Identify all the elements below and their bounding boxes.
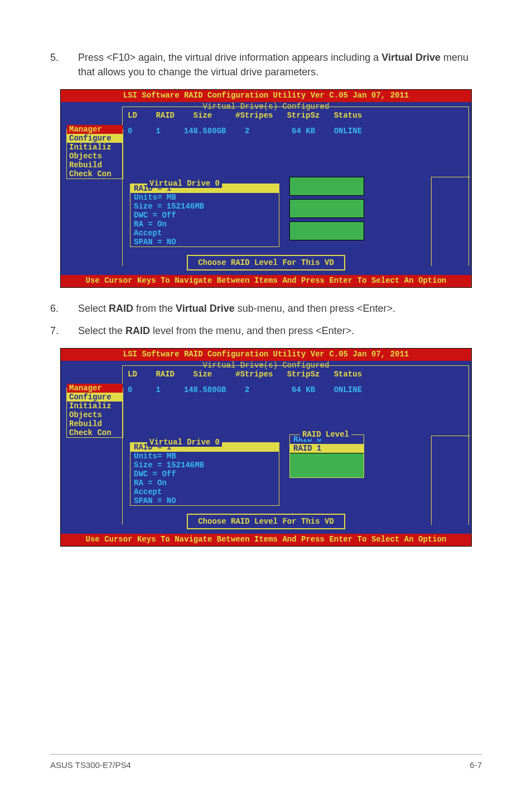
menu-item-manager[interactable]: Manager [67,125,123,134]
menu-item-initialize[interactable]: Initializ [67,402,123,410]
vd-item-size[interactable]: Size = 152146MB [130,461,279,470]
menu-item-rebuild[interactable]: Rebuild [67,419,123,428]
menu-item-check[interactable]: Check Con [67,170,123,178]
column-headers: LD RAID Size #Stripes StripSz Status [61,370,471,379]
vd-item-units[interactable]: Units= MB [130,193,279,202]
green-box [289,221,364,240]
menu-item-initialize[interactable]: Initializ [67,143,123,152]
menu-item-check[interactable]: Check Con [67,428,123,437]
bios-titlebar: LSI Software RAID Configuration Utility … [61,349,471,361]
bios-footer: Use Cursor Keys To Navigate Between Item… [61,275,471,287]
bold-term: RAID [109,303,133,314]
virtual-drive-0-submenu[interactable]: Virtual Drive 0 RAID = 1 Units= MB Size … [130,442,279,506]
step-6: 6. Select RAID from the Virtual Drive su… [50,301,482,316]
menu-item-rebuild[interactable]: Rebuild [67,161,123,170]
bold-term: Virtual Drive [381,52,441,63]
text: from the [133,303,176,314]
prompt-box: Choose RAID Level For This VD [187,255,345,270]
page-footer: ASUS TS300-E7/PS4 6-7 [50,754,482,770]
step-body: Press <F10> again, the virtual drive inf… [78,50,482,79]
footer-left: ASUS TS300-E7/PS4 [50,760,131,770]
vd-item-size[interactable]: Size = 152146MB [130,202,279,211]
virtual-drive-0-submenu[interactable]: Virtual Drive 0 RAID = 1 Units= MB Size … [130,183,279,247]
vds-configured-label: Virtual Drive(s) Configured [61,102,471,111]
green-box [289,199,364,218]
vd-item-units[interactable]: Units= MB [130,452,279,461]
step-5: 5. Press <F10> again, the virtual drive … [50,50,482,79]
step-number: 5. [50,50,78,79]
bios-footer: Use Cursor Keys To Navigate Between Item… [61,534,471,546]
text: sub-menu, and then press <Enter>. [235,303,395,314]
management-menu[interactable]: Manager Configure Initializ Objects Rebu… [66,388,123,438]
raid-level-title: RAID Level [300,430,351,439]
step-number: 6. [50,301,78,316]
vd-item-span[interactable]: SPAN = NO [130,496,279,505]
green-boxes [289,177,364,244]
menu-item-objects[interactable]: Objects [67,410,123,419]
menu-item-manager[interactable]: Manager [67,384,123,393]
footer-right: 6-7 [470,760,482,770]
vd-item-span[interactable]: SPAN = NO [130,238,279,247]
right-pane-border [431,436,470,525]
bios-titlebar: LSI Software RAID Configuration Utility … [61,90,471,102]
text: level from the menu, and then press <Ent… [150,325,354,336]
vds-configured-label: Virtual Drive(s) Configured [61,361,471,370]
step-number: 7. [50,323,78,338]
bold-term: RAID [125,325,150,336]
prompt-box: Choose RAID Level For This VD [187,514,345,529]
vd-item-dwc[interactable]: DWC = Off [130,211,279,220]
vd-item-dwc[interactable]: DWC = Off [130,470,279,479]
raid-level-blank [290,453,364,477]
text: Press <F10> again, the virtual drive inf… [78,52,381,63]
text: Select the [78,325,125,336]
bios-screenshot-2: LSI Software RAID Configuration Utility … [60,348,472,547]
right-pane-border [431,177,470,266]
vd-item-ra[interactable]: RA = On [130,220,279,229]
green-box [289,177,364,196]
bios-screenshot-1: LSI Software RAID Configuration Utility … [60,89,472,288]
step-body: Select RAID from the Virtual Drive sub-m… [78,301,482,316]
step-7: 7. Select the RAID level from the menu, … [50,323,482,338]
vd-item-ra[interactable]: RA = On [130,479,279,487]
bold-term: Virtual Drive [176,303,235,314]
raid-level-menu[interactable]: RAID Level RAID 0 RAID 1 [289,434,364,478]
menu-item-configure[interactable]: Configure [67,134,123,143]
vd-item-accept[interactable]: Accept [130,487,279,496]
menu-item-configure[interactable]: Configure [67,393,123,402]
management-menu[interactable]: Manager Configure Initializ Objects Rebu… [66,129,123,179]
raid-level-1[interactable]: RAID 1 [290,444,364,453]
menu-item-objects[interactable]: Objects [67,152,123,161]
step-body: Select the RAID level from the menu, and… [78,323,482,338]
text: Select [78,303,109,314]
vd0-title: Virtual Drive 0 [147,438,222,447]
vd0-title: Virtual Drive 0 [147,179,222,188]
vd-item-accept[interactable]: Accept [130,229,279,238]
column-headers: LD RAID Size #Stripes StripSz Status [61,111,471,120]
